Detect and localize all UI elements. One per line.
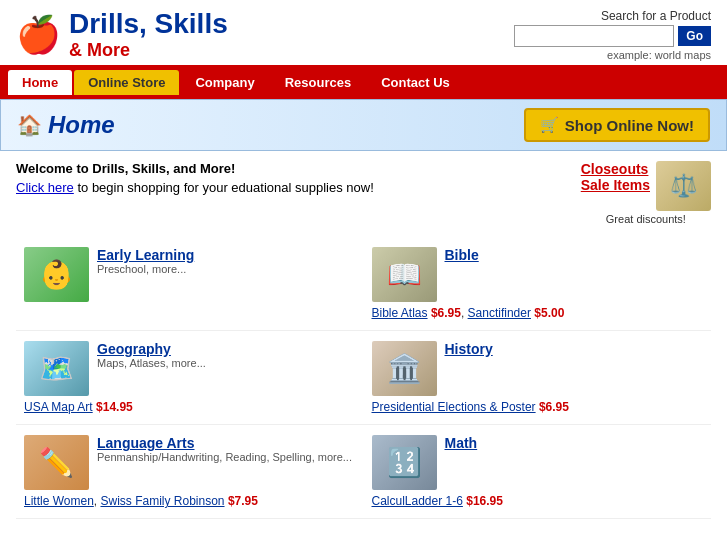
welcome-section: Welcome to Drills, Skills, and More! Cli…	[16, 161, 711, 225]
math-image: 🔢	[372, 435, 437, 490]
search-button[interactable]: Go	[678, 26, 711, 46]
cart-icon: 🛒	[540, 116, 559, 134]
category-early-learning: 👶 Early Learning Preschool, more...	[16, 237, 364, 331]
search-area: Search for a Product Go example: world m…	[514, 9, 711, 61]
geography-info: Geography Maps, Atlases, more...	[97, 341, 206, 369]
logo-area: 🍎 Drills, Skills & More	[16, 8, 228, 61]
early-learning-row: 👶 Early Learning Preschool, more...	[24, 247, 356, 302]
search-label: Search for a Product	[601, 9, 711, 23]
language-arts-products: Little Women, Swiss Family Robinson $7.9…	[24, 494, 356, 508]
usa-map-art-price: $14.95	[96, 400, 133, 414]
early-learning-info: Early Learning Preschool, more...	[97, 247, 194, 275]
home-arc-icon: 🏠	[17, 113, 42, 137]
calculadder-link[interactable]: CalculLadder 1-6	[372, 494, 463, 508]
banner-title: Home	[48, 111, 115, 139]
language-arts-price: $7.95	[228, 494, 258, 508]
category-history: 🏛️ History Presidential Elections & Post…	[364, 331, 712, 425]
logo-main: Drills, Skills	[69, 8, 228, 40]
language-arts-image: ✏️	[24, 435, 89, 490]
nav-resources[interactable]: Resources	[271, 70, 365, 95]
early-learning-subtitle: Preschool, more...	[97, 263, 194, 275]
calculadder-price: $16.95	[466, 494, 503, 508]
sanctifinder-link[interactable]: Sanctifinder	[468, 306, 531, 320]
geography-subtitle: Maps, Atlases, more...	[97, 357, 206, 369]
history-products: Presidential Elections & Poster $6.95	[372, 400, 704, 414]
early-learning-title[interactable]: Early Learning	[97, 247, 194, 263]
bible-atlas-price: $6.95	[431, 306, 461, 320]
great-discounts-text: Great discounts!	[581, 213, 711, 225]
language-arts-row: ✏️ Language Arts Penmanship/Handwriting,…	[24, 435, 356, 490]
geography-row: 🗺️ Geography Maps, Atlases, more...	[24, 341, 356, 396]
navbar: Home Online Store Company Resources Cont…	[0, 65, 727, 99]
math-products: CalculLadder 1-6 $16.95	[372, 494, 704, 508]
bible-row: 📖 Bible	[372, 247, 704, 302]
history-info: History	[445, 341, 493, 357]
math-info: Math	[445, 435, 478, 451]
closeouts-link[interactable]: Closeouts	[581, 161, 650, 177]
category-math: 🔢 Math CalculLadder 1-6 $16.95	[364, 425, 712, 519]
history-image: 🏛️	[372, 341, 437, 396]
logo-more: & More	[69, 40, 228, 61]
welcome-title: Welcome to Drills, Skills, and More!	[16, 161, 374, 176]
language-arts-subtitle: Penmanship/Handwriting, Reading, Spellin…	[97, 451, 352, 463]
banner: 🏠 Home 🛒 Shop Online Now!	[0, 99, 727, 151]
history-row: 🏛️ History	[372, 341, 704, 396]
geography-products: USA Map Art $14.95	[24, 400, 356, 414]
nav-online-store[interactable]: Online Store	[74, 70, 179, 95]
nav-contact-us[interactable]: Contact Us	[367, 70, 464, 95]
search-input[interactable]	[514, 25, 674, 47]
welcome-body: Click here to begin shopping for your ed…	[16, 180, 374, 195]
language-arts-title[interactable]: Language Arts	[97, 435, 352, 451]
logo-text: Drills, Skills & More	[69, 8, 228, 61]
swiss-family-robinson-link[interactable]: Swiss Family Robinson	[100, 494, 224, 508]
search-example: example: world maps	[607, 49, 711, 61]
presidential-elections-price: $6.95	[539, 400, 569, 414]
language-arts-info: Language Arts Penmanship/Handwriting, Re…	[97, 435, 352, 463]
usa-map-art-link[interactable]: USA Map Art	[24, 400, 93, 414]
geography-image: 🗺️	[24, 341, 89, 396]
category-bible: 📖 Bible Bible Atlas $6.95, Sanctifinder …	[364, 237, 712, 331]
bible-atlas-link[interactable]: Bible Atlas	[372, 306, 428, 320]
click-here-link[interactable]: Click here	[16, 180, 74, 195]
welcome-body-text: to begin shopping for your eduational su…	[77, 180, 373, 195]
early-learning-image: 👶	[24, 247, 89, 302]
presidential-elections-link[interactable]: Presidential Elections & Poster	[372, 400, 536, 414]
search-row: Go	[514, 25, 711, 47]
math-title[interactable]: Math	[445, 435, 478, 451]
math-row: 🔢 Math	[372, 435, 704, 490]
banner-home-icon-title: 🏠 Home	[17, 111, 115, 139]
bible-image: 📖	[372, 247, 437, 302]
nav-home[interactable]: Home	[8, 70, 72, 95]
sanctifinder-price: $5.00	[534, 306, 564, 320]
little-women-link[interactable]: Little Women	[24, 494, 94, 508]
shop-btn-label: Shop Online Now!	[565, 117, 694, 134]
bible-title[interactable]: Bible	[445, 247, 479, 263]
closeout-image: ⚖️	[656, 161, 711, 211]
closeout-box: Closeouts Sale Items ⚖️ Great discounts!	[581, 161, 711, 225]
nav-company[interactable]: Company	[181, 70, 268, 95]
header: 🍎 Drills, Skills & More Search for a Pro…	[0, 0, 727, 65]
welcome-text: Welcome to Drills, Skills, and More! Cli…	[16, 161, 374, 195]
category-language-arts: ✏️ Language Arts Penmanship/Handwriting,…	[16, 425, 364, 519]
bible-info: Bible	[445, 247, 479, 263]
bible-products: Bible Atlas $6.95, Sanctifinder $5.00	[372, 306, 704, 320]
category-geography: 🗺️ Geography Maps, Atlases, more... USA …	[16, 331, 364, 425]
history-title[interactable]: History	[445, 341, 493, 357]
logo-apple-icon: 🍎	[16, 14, 61, 56]
content: Welcome to Drills, Skills, and More! Cli…	[0, 151, 727, 529]
sale-items-link[interactable]: Sale Items	[581, 177, 650, 193]
shop-online-now-button[interactable]: 🛒 Shop Online Now!	[524, 108, 710, 142]
geography-title[interactable]: Geography	[97, 341, 206, 357]
categories-grid: 👶 Early Learning Preschool, more... 📖 Bi…	[16, 237, 711, 519]
